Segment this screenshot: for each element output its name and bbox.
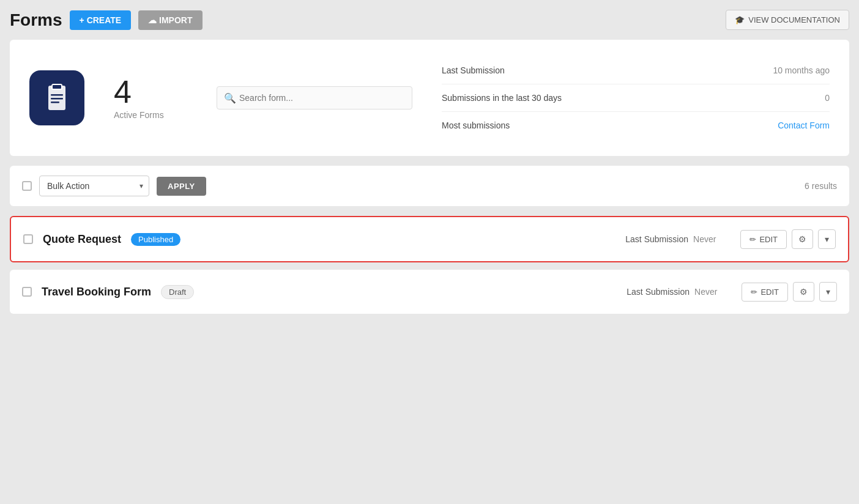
page-title: Forms [10,10,62,30]
last-submission-label: Last Submission [627,287,690,297]
form-actions: ✏ EDIT ⚙ ▾ [740,229,836,249]
settings-button[interactable]: ⚙ [792,229,813,249]
form-checkbox[interactable] [22,287,32,297]
most-submissions-link[interactable]: Contact Form [778,120,830,130]
last-submission-label: Last Submission [625,234,688,244]
edit-label: EDIT [759,235,778,244]
page-header: Forms + CREATE ☁ IMPORT 🎓 VIEW DOCUMENTA… [10,10,849,30]
results-count: 6 results [805,181,837,191]
active-forms-count: 4 [114,76,132,108]
form-meta: Last Submission Never [625,234,716,244]
form-name: Travel Booking Form [42,286,151,298]
pencil-icon: ✏ [751,287,757,297]
svg-rect-3 [51,98,63,100]
create-button[interactable]: + CREATE [70,10,132,30]
chevron-down-icon: ▾ [826,287,830,297]
search-area: 🔍 [217,86,412,109]
pencil-icon: ✏ [749,235,756,244]
active-forms-count-area: 4 Active Forms [114,76,187,120]
form-meta: Last Submission Never [627,287,717,297]
form-status-badge: Draft [161,285,194,299]
metric-last-submission-value: 10 months ago [773,65,830,75]
last-submission-value: Never [694,287,717,297]
bulk-action-select-wrapper: Bulk Action [39,176,149,196]
active-forms-label: Active Forms [114,110,164,120]
metric-most-submissions-label: Most submissions [442,120,510,130]
import-button[interactable]: ☁ IMPORT [138,10,202,30]
gear-icon: ⚙ [798,234,806,244]
bulk-action-select[interactable]: Bulk Action [39,176,149,196]
header-left: Forms + CREATE ☁ IMPORT [10,10,203,30]
metric-submissions-30days-label: Submissions in the last 30 days [442,93,562,103]
form-name: Quote Request [43,233,121,246]
toolbar-card: Bulk Action APPLY 6 results [10,166,849,206]
form-status-badge: Published [131,233,180,246]
select-all-checkbox[interactable] [22,181,32,191]
expand-button[interactable]: ▾ [818,229,836,249]
edit-label: EDIT [760,287,779,297]
graduation-icon: 🎓 [735,15,745,24]
gear-icon: ⚙ [800,287,808,297]
svg-rect-1 [52,84,62,89]
form-rows-container: Quote Request Published Last Submission … [10,216,849,314]
last-submission-value: Never [693,234,716,244]
form-actions: ✏ EDIT ⚙ ▾ [742,282,837,302]
svg-rect-2 [51,94,63,96]
apply-button[interactable]: APPLY [157,177,206,196]
svg-rect-4 [51,102,59,103]
toolbar-left: Bulk Action APPLY [22,176,206,196]
view-docs-button[interactable]: 🎓 VIEW DOCUMENTATION [726,10,849,30]
form-row: Quote Request Published Last Submission … [10,216,849,262]
metric-last-submission-label: Last Submission [442,65,505,75]
search-icon: 🔍 [224,92,236,104]
search-input[interactable] [217,86,412,109]
view-docs-label: VIEW DOCUMENTATION [748,15,840,24]
form-checkbox[interactable] [23,234,33,244]
chevron-down-icon: ▾ [825,234,829,244]
metric-most-submissions: Most submissions Contact Form [442,112,830,139]
metric-last-submission: Last Submission 10 months ago [442,57,830,84]
metric-submissions-30days: Submissions in the last 30 days 0 [442,84,830,112]
edit-button[interactable]: ✏ EDIT [742,283,788,302]
stats-card: 4 Active Forms 🔍 Last Submission 10 mont… [10,40,849,156]
forms-icon [29,70,84,125]
stats-metrics: Last Submission 10 months ago Submission… [442,57,830,139]
metric-submissions-30days-value: 0 [825,93,830,103]
form-row: Travel Booking Form Draft Last Submissio… [10,270,849,314]
settings-button[interactable]: ⚙ [793,282,814,302]
edit-button[interactable]: ✏ EDIT [740,230,787,249]
expand-button[interactable]: ▾ [819,282,837,302]
